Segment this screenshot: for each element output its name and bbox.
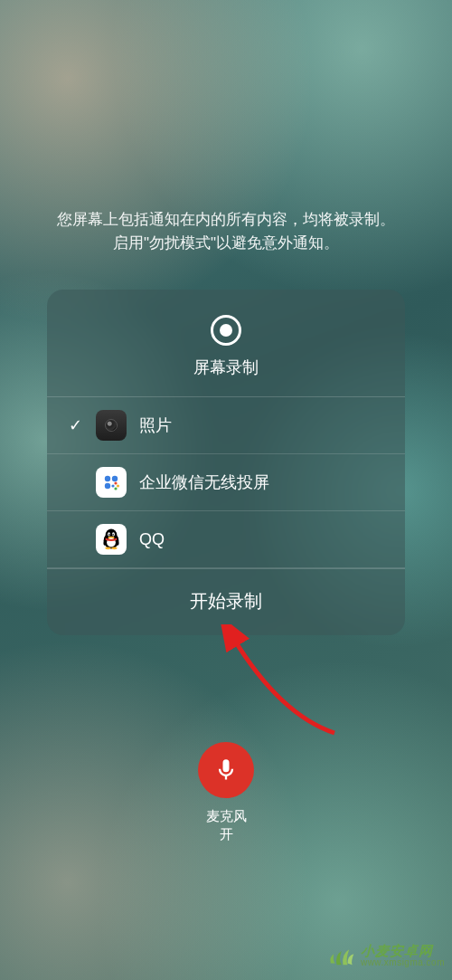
svg-point-1 — [112, 476, 118, 481]
photos-app-icon — [96, 410, 127, 441]
option-label: 照片 — [139, 414, 172, 436]
svg-point-11 — [108, 534, 109, 536]
svg-point-15 — [105, 547, 110, 549]
start-label: 开始录制 — [190, 591, 262, 611]
watermark-name: 小麦安卓网 — [361, 944, 445, 958]
watermark: 小麦安卓网 www.xmsigma.com — [325, 940, 445, 971]
qq-app-icon — [96, 524, 127, 555]
microphone-icon — [198, 742, 254, 798]
screen-recording-card: 屏幕录制 ✓ 照片 企业微信无线投屏 — [47, 290, 405, 635]
option-label: 企业微信无线投屏 — [139, 471, 269, 493]
svg-point-3 — [114, 481, 117, 484]
svg-point-6 — [111, 484, 114, 487]
option-wework[interactable]: 企业微信无线投屏 — [47, 454, 405, 511]
wework-app-icon — [96, 467, 127, 498]
record-icon — [211, 315, 241, 346]
recording-hint: 您屏幕上包括通知在内的所有内容，均将被录制。 启用"勿扰模式"以避免意外通知。 — [0, 208, 452, 256]
watermark-logo-icon — [325, 940, 355, 971]
svg-point-12 — [112, 534, 113, 536]
svg-point-16 — [111, 547, 117, 549]
svg-point-0 — [105, 476, 110, 481]
hint-line1: 您屏幕上包括通知在内的所有内容，均将被录制。 — [27, 208, 425, 232]
microphone-label: 麦克风 开 — [0, 807, 452, 842]
option-qq[interactable]: QQ — [47, 511, 405, 568]
watermark-domain: www.xmsigma.com — [361, 958, 445, 968]
card-title: 屏幕录制 — [47, 357, 405, 378]
option-photos[interactable]: ✓ 照片 — [47, 397, 405, 454]
microphone-toggle[interactable]: 麦克风 开 — [0, 742, 452, 842]
checkmark-icon: ✓ — [63, 415, 87, 435]
option-label: QQ — [139, 530, 165, 549]
hint-line2: 启用"勿扰模式"以避免意外通知。 — [27, 232, 425, 255]
svg-point-5 — [114, 487, 117, 490]
card-header: 屏幕录制 — [47, 290, 405, 397]
svg-point-2 — [105, 483, 110, 489]
start-recording-button[interactable]: 开始录制 — [47, 568, 405, 635]
svg-point-4 — [117, 484, 119, 487]
